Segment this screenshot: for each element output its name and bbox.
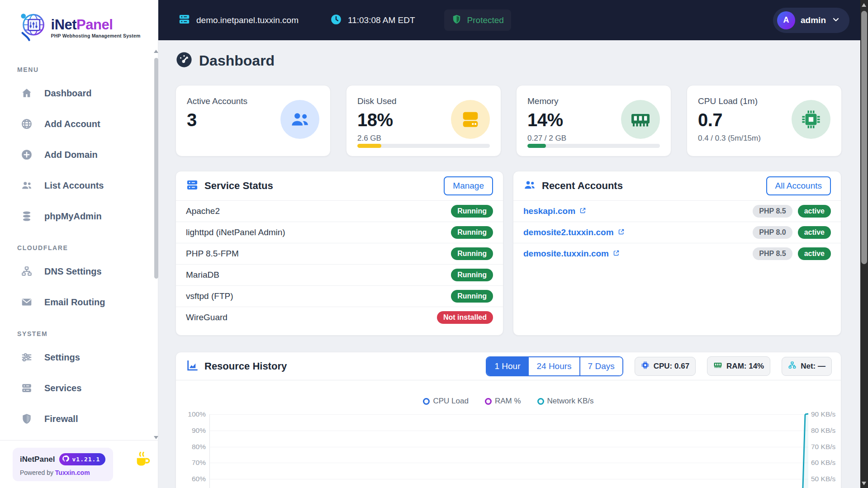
- sidebar-item-email-routing[interactable]: Email Routing: [0, 287, 158, 317]
- legend-cpu-load[interactable]: CPU Load: [423, 397, 468, 406]
- sidebar-item-settings[interactable]: Settings: [0, 342, 158, 373]
- users-icon: [21, 180, 33, 191]
- status-badge: Running: [451, 290, 493, 303]
- y-axis-right-tick: 80 KB/s: [811, 426, 843, 435]
- y-axis-left-tick: 70%: [176, 458, 206, 467]
- account-domain-link[interactable]: demosite2.tuxxin.com: [523, 227, 625, 237]
- sidebar-scrollbar-thumb[interactable]: [154, 58, 158, 279]
- resource-history-panel: Resource History 1 Hour 24 Hours 7 Days …: [175, 352, 841, 488]
- inetpanel-logo[interactable]: iNetPanel PHP Webhosting Management Syst…: [0, 0, 158, 53]
- sidebar-scroll-down-icon[interactable]: [154, 436, 158, 439]
- external-link-icon[interactable]: [613, 249, 620, 259]
- sidebar-item-dashboard[interactable]: Dashboard: [0, 78, 158, 109]
- avatar: A: [777, 11, 795, 29]
- page-title: Dashboard: [199, 52, 275, 69]
- recent-accounts-panel: Recent Accounts All Accounts heskapi.com…: [513, 171, 841, 336]
- service-status-panel: Service Status Manage Apache2Running lig…: [175, 171, 503, 336]
- inetpanel-logo-icon: [18, 12, 48, 44]
- page-scrollbar-thumb[interactable]: [861, 11, 867, 264]
- manage-services-button[interactable]: Manage: [444, 176, 493, 195]
- ram-icon: [621, 100, 660, 139]
- scroll-down-icon[interactable]: [862, 482, 866, 485]
- server-icon: [178, 13, 190, 27]
- main-content: Dashboard Active Accounts 3 Disk Used 18…: [158, 40, 860, 488]
- memory-progress-fill: [527, 144, 546, 148]
- php-version-badge: PHP 8.5: [753, 205, 792, 218]
- sidebar-item-add-domain[interactable]: Add Domain: [0, 139, 158, 170]
- service-row: lighttpd (iNetPanel Admin)Running: [176, 222, 503, 243]
- status-badge: Running: [451, 205, 493, 218]
- gridline: [209, 447, 808, 447]
- y-axis-left-tick: 90%: [176, 426, 206, 435]
- shield-icon: [21, 413, 33, 425]
- page-scrollbar[interactable]: [860, 0, 868, 488]
- sidebar-item-add-account[interactable]: Add Account: [0, 109, 158, 139]
- cpu-icon: [641, 361, 650, 372]
- sidebar-item-phpmyadmin[interactable]: phpMyAdmin: [0, 201, 158, 232]
- legend-ram[interactable]: RAM %: [485, 397, 521, 406]
- range-button-7-days[interactable]: 7 Days: [580, 357, 622, 375]
- stat-card-memory: Memory 14% 0.27 / 2 GB: [516, 85, 671, 156]
- network-icon: [788, 361, 797, 372]
- php-version-badge: PHP 8.5: [753, 247, 792, 260]
- version-label: v1.21.1: [72, 456, 100, 463]
- ram-stat-badge: RAM: 14%: [707, 356, 770, 376]
- range-button-1-hour[interactable]: 1 Hour: [487, 357, 529, 375]
- app-title: iNetPanel: [51, 18, 141, 32]
- account-row: demosite2.tuxxin.com PHP 8.0active: [513, 222, 841, 243]
- service-row: WireGuardNot installed: [176, 307, 503, 328]
- protected-label: Protected: [467, 15, 504, 25]
- external-link-icon[interactable]: [579, 206, 586, 216]
- status-badge: active: [798, 247, 831, 260]
- network-stat-badge: Net: —: [782, 357, 832, 376]
- coffee-mug-icon[interactable]: [134, 451, 151, 469]
- php-version-badge: PHP 8.0: [753, 226, 792, 239]
- status-badge: active: [798, 205, 831, 218]
- powered-by: Powered by Tuxxin.com: [20, 469, 106, 476]
- sidebar-item-services[interactable]: Services: [0, 373, 158, 403]
- version-badge[interactable]: v1.21.1: [59, 453, 105, 465]
- account-domain-link[interactable]: heskapi.com: [523, 206, 586, 216]
- y-axis-right-tick: 90 KB/s: [811, 410, 843, 419]
- sidebar-scroll-up-icon[interactable]: [154, 50, 158, 53]
- protected-indicator: Protected: [444, 9, 511, 31]
- stat-card-cpu-load: CPU Load (1m) 0.7 0.4 / 0.3 (5m/15m): [687, 85, 842, 156]
- clock-group: 11:03:08 AM EDT: [330, 14, 415, 27]
- users-icon: [523, 179, 536, 193]
- area-chart-icon: [186, 359, 199, 374]
- sidebar-footer: iNetPanel v1.21.1 Powered by Tuxxin.com: [0, 440, 158, 488]
- hard-drive-icon: [451, 100, 490, 139]
- sidebar-scrollbar[interactable]: [154, 43, 159, 443]
- chart-legend: CPU Load RAM % Network KB/s: [176, 397, 841, 406]
- version-card: iNetPanel v1.21.1 Powered by Tuxxin.com: [13, 448, 113, 481]
- external-link-icon[interactable]: [618, 227, 625, 237]
- section-label-cloudflare: CLOUDFLARE: [17, 244, 158, 252]
- scroll-up-icon[interactable]: [862, 3, 866, 7]
- sitemap-icon: [21, 265, 33, 277]
- panel-title: Service Status: [204, 180, 273, 192]
- service-row: MariaDBRunning: [176, 264, 503, 285]
- range-button-24-hours[interactable]: 24 Hours: [529, 357, 580, 375]
- globe-icon: [21, 118, 33, 130]
- sidebar-item-firewall[interactable]: Firewall: [0, 403, 158, 434]
- app-subtitle: PHP Webhosting Management System: [51, 33, 141, 38]
- status-badge: Running: [451, 247, 493, 260]
- legend-network[interactable]: Network KB/s: [537, 397, 594, 406]
- time-range-group: 1 Hour 24 Hours 7 Days: [486, 356, 623, 376]
- tuxxin-link[interactable]: Tuxxin.com: [55, 469, 90, 476]
- ram-legend-marker-icon: [485, 398, 492, 405]
- account-domain-link[interactable]: demosite.tuxxin.com: [523, 249, 620, 259]
- sliders-icon: [21, 351, 33, 363]
- sidebar-item-dns-settings[interactable]: DNS Settings: [0, 256, 158, 287]
- user-menu-button[interactable]: A admin: [773, 8, 849, 33]
- all-accounts-button[interactable]: All Accounts: [766, 176, 831, 195]
- y-axis-right-tick: 50 KB/s: [811, 474, 843, 483]
- server-time: 11:03:08 AM EDT: [348, 15, 415, 25]
- envelope-icon: [21, 296, 33, 308]
- sidebar-item-list-accounts[interactable]: List Accounts: [0, 170, 158, 201]
- username: admin: [801, 15, 826, 25]
- gridline: [209, 414, 808, 415]
- database-icon: [21, 210, 33, 222]
- account-row: demosite.tuxxin.com PHP 8.5active: [513, 243, 841, 264]
- memory-progress-track: [527, 144, 660, 148]
